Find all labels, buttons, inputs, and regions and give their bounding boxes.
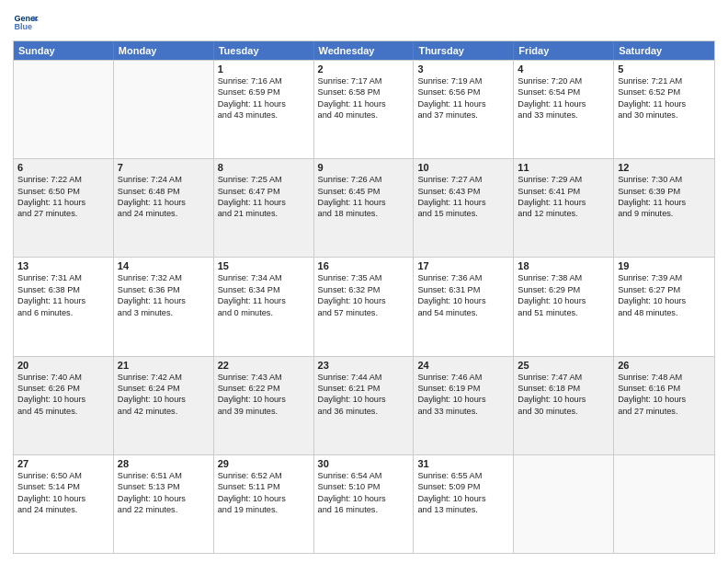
weekday-header: Saturday [614, 41, 714, 60]
cell-line: and 57 minutes. [318, 307, 410, 318]
cell-line: Daylight: 10 hours [118, 493, 210, 504]
calendar-cell: 3Sunrise: 7:19 AMSunset: 6:56 PMDaylight… [414, 61, 514, 158]
calendar-row: 27Sunrise: 6:50 AMSunset: 5:14 PMDayligh… [14, 454, 714, 553]
calendar-row: 20Sunrise: 7:40 AMSunset: 6:26 PMDayligh… [14, 356, 714, 454]
day-number: 31 [417, 458, 509, 469]
logo: General Blue [13, 9, 44, 35]
calendar-cell: 19Sunrise: 7:39 AMSunset: 6:27 PMDayligh… [614, 258, 714, 355]
calendar-cell: 14Sunrise: 7:32 AMSunset: 6:36 PMDayligh… [114, 258, 214, 355]
cell-line: Daylight: 11 hours [218, 295, 310, 306]
day-number: 21 [118, 360, 210, 371]
cell-line: Sunset: 6:34 PM [218, 284, 310, 295]
day-number: 18 [518, 260, 609, 271]
cell-line: Sunrise: 7:24 AM [118, 174, 210, 185]
calendar-cell: 12Sunrise: 7:30 AMSunset: 6:39 PMDayligh… [614, 159, 714, 257]
day-number: 13 [17, 260, 109, 271]
cell-line: Sunset: 6:16 PM [618, 383, 711, 394]
cell-line: Sunset: 6:47 PM [218, 186, 310, 197]
cell-line: and 36 minutes. [318, 406, 410, 417]
day-number: 19 [618, 260, 711, 271]
cell-line: Sunrise: 7:48 AM [618, 372, 711, 383]
cell-line: and 40 minutes. [318, 109, 410, 121]
day-number: 16 [318, 260, 410, 271]
day-number: 3 [417, 63, 509, 75]
cell-line: and 30 minutes. [518, 406, 609, 417]
cell-line: Sunset: 6:19 PM [417, 383, 509, 394]
cell-line: Daylight: 10 hours [218, 394, 310, 405]
cell-line: Sunrise: 7:46 AM [417, 372, 509, 383]
cell-line: and 27 minutes. [17, 208, 109, 219]
calendar-row: 13Sunrise: 7:31 AMSunset: 6:38 PMDayligh… [14, 257, 714, 355]
cell-line: Daylight: 10 hours [518, 295, 609, 306]
calendar-cell: 4Sunrise: 7:20 AMSunset: 6:54 PMDaylight… [514, 61, 614, 158]
cell-line: and 51 minutes. [518, 307, 609, 318]
calendar-cell: 27Sunrise: 6:50 AMSunset: 5:14 PMDayligh… [14, 455, 114, 553]
cell-line: and 45 minutes. [17, 406, 109, 417]
day-number: 6 [17, 162, 109, 173]
day-number: 5 [618, 63, 711, 75]
day-number: 17 [417, 260, 509, 271]
cell-line: Sunrise: 6:52 AM [218, 470, 310, 481]
cell-line: Daylight: 10 hours [618, 394, 711, 405]
day-number: 25 [518, 360, 609, 371]
cell-line: Sunset: 6:39 PM [618, 186, 711, 197]
cell-line: Sunset: 6:27 PM [618, 284, 711, 295]
calendar-cell: 15Sunrise: 7:34 AMSunset: 6:34 PMDayligh… [214, 258, 314, 355]
cell-line: and 48 minutes. [618, 307, 711, 318]
calendar-row: 6Sunrise: 7:22 AMSunset: 6:50 PMDaylight… [14, 158, 714, 257]
cell-line: Daylight: 11 hours [618, 98, 711, 109]
cell-line: and 33 minutes. [417, 406, 509, 417]
day-number: 24 [417, 360, 509, 371]
cell-line: Sunset: 6:56 PM [417, 86, 509, 98]
cell-line: Sunset: 6:50 PM [17, 186, 109, 197]
cell-line: Daylight: 10 hours [17, 394, 109, 405]
calendar-cell: 30Sunrise: 6:54 AMSunset: 5:10 PMDayligh… [314, 455, 415, 553]
calendar-cell [614, 455, 714, 553]
day-number: 22 [218, 360, 310, 371]
cell-line: Daylight: 11 hours [118, 295, 210, 306]
day-number: 10 [417, 162, 509, 173]
cell-line: Sunrise: 7:40 AM [17, 372, 109, 383]
calendar-cell: 28Sunrise: 6:51 AMSunset: 5:13 PMDayligh… [114, 455, 214, 553]
cell-line: and 12 minutes. [518, 208, 609, 219]
cell-line: Daylight: 10 hours [417, 295, 509, 306]
cell-line: and 43 minutes. [218, 109, 310, 121]
day-number: 8 [218, 162, 310, 173]
cell-line: Daylight: 10 hours [118, 394, 210, 405]
cell-line: Sunset: 6:45 PM [318, 186, 410, 197]
cell-line: Daylight: 10 hours [218, 493, 310, 504]
cell-line: Sunset: 6:41 PM [518, 186, 609, 197]
cell-line: Sunrise: 6:51 AM [118, 470, 210, 481]
cell-line: Sunset: 6:32 PM [318, 284, 410, 295]
day-number: 12 [618, 162, 711, 173]
cell-line: and 42 minutes. [118, 406, 210, 417]
cell-line: Daylight: 11 hours [218, 197, 310, 208]
cell-line: Daylight: 10 hours [318, 394, 410, 405]
header: General Blue [13, 9, 715, 35]
cell-line: Daylight: 11 hours [417, 197, 509, 208]
cell-line: and 24 minutes. [118, 208, 210, 219]
calendar-cell: 18Sunrise: 7:38 AMSunset: 6:29 PMDayligh… [514, 258, 614, 355]
cell-line: Sunset: 6:38 PM [17, 284, 109, 295]
cell-line: Daylight: 10 hours [518, 394, 609, 405]
cell-line: Sunrise: 6:55 AM [417, 470, 509, 481]
day-number: 4 [518, 63, 609, 75]
calendar-cell: 11Sunrise: 7:29 AMSunset: 6:41 PMDayligh… [514, 159, 614, 257]
cell-line: Sunrise: 7:35 AM [318, 272, 410, 283]
cell-line: Sunrise: 7:16 AM [218, 75, 310, 86]
cell-line: Daylight: 11 hours [618, 197, 711, 208]
cell-line: Daylight: 10 hours [17, 493, 109, 504]
day-number: 29 [218, 458, 310, 469]
cell-line: Sunrise: 7:39 AM [618, 272, 711, 283]
cell-line: Sunrise: 7:22 AM [17, 174, 109, 185]
calendar-row: 1Sunrise: 7:16 AMSunset: 6:59 PMDaylight… [14, 60, 714, 158]
cell-line: Sunrise: 7:29 AM [518, 174, 609, 185]
cell-line: Sunset: 6:43 PM [417, 186, 509, 197]
cell-line: Sunrise: 7:25 AM [218, 174, 310, 185]
cell-line: Sunset: 6:31 PM [417, 284, 509, 295]
calendar-cell [114, 61, 214, 158]
day-number: 30 [318, 458, 410, 469]
cell-line: and 15 minutes. [417, 208, 509, 219]
cell-line: Sunrise: 7:38 AM [518, 272, 609, 283]
day-number: 15 [218, 260, 310, 271]
